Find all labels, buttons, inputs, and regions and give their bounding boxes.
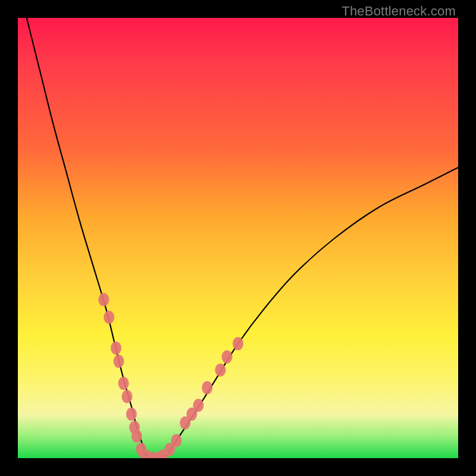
marker-dot: [215, 364, 226, 377]
marker-dot: [111, 342, 121, 355]
marker-dot: [222, 350, 233, 364]
marker-dot: [193, 399, 203, 412]
chart-overlay: [18, 18, 458, 458]
marker-dot: [131, 430, 142, 443]
bottleneck-curve: [27, 18, 458, 458]
marker-dot: [114, 355, 124, 368]
marker-dot: [98, 293, 109, 306]
marker-dot: [104, 311, 114, 324]
plot-area: [18, 18, 458, 458]
marker-dot: [122, 390, 133, 403]
marker-dot: [126, 408, 137, 421]
marker-dot: [202, 381, 212, 394]
marker-dot: [171, 434, 181, 447]
marker-group: [98, 293, 243, 458]
chart-frame: TheBottleneck.com: [0, 0, 476, 476]
watermark-text: TheBottleneck.com: [342, 4, 456, 19]
marker-dot: [233, 337, 243, 350]
marker-dot: [118, 377, 129, 390]
